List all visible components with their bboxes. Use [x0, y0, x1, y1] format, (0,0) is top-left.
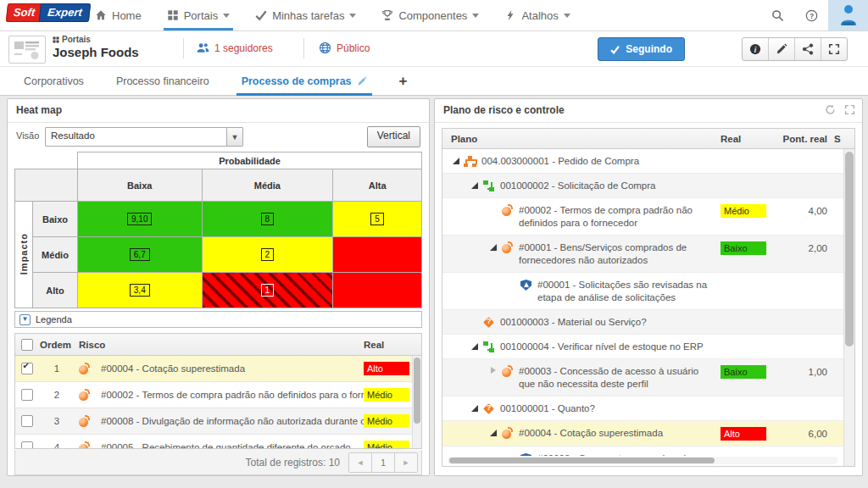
refresh-icon[interactable] — [825, 104, 836, 115]
edit-tab-icon[interactable] — [357, 76, 367, 86]
plan-tree-row[interactable]: 001000004 - Verificar nível de estoque n… — [442, 335, 844, 359]
home-icon — [95, 9, 107, 21]
heatmap-cell-badge[interactable]: 5 — [370, 213, 384, 225]
caret-down-icon — [223, 12, 230, 19]
heatmap-panel-title: Heat map — [8, 99, 429, 123]
next-page-button[interactable]: ► — [395, 453, 417, 472]
row-checkbox[interactable] — [21, 415, 33, 427]
user-menu[interactable] — [828, 0, 868, 30]
prev-page-button[interactable]: ◄ — [349, 453, 372, 472]
col-situacao[interactable]: S — [834, 134, 844, 144]
tree-expander[interactable] — [470, 403, 480, 413]
nav-item-atalhos[interactable]: Atalhos — [504, 0, 570, 30]
heatmap-cell[interactable]: 9,10 — [78, 202, 203, 237]
nav-item-home[interactable]: Home — [95, 0, 142, 30]
row-order: 1 — [38, 363, 75, 374]
tab-processo-financeiro[interactable]: Processo financeiro — [116, 67, 209, 95]
col-plano[interactable]: Plano — [442, 134, 721, 144]
tree-expander[interactable] — [470, 180, 480, 191]
plan-tree-row[interactable]: 001000002 - Solicitação de Compra — [442, 174, 844, 198]
heatmap-cell-badge[interactable]: 1 — [261, 284, 275, 297]
plan-tree-row[interactable]: #00002 - Termos de compra padrão não def… — [442, 198, 844, 236]
risk-table-row[interactable]: 1 #00004 - Cotação superestimada Alto — [15, 356, 421, 382]
plan-tree-row[interactable]: 001000001 - Quanto? — [442, 396, 844, 421]
tree-expander[interactable] — [470, 341, 480, 352]
heatmap-cell[interactable] — [333, 237, 422, 273]
risk-table-row[interactable]: 4 #00005 - Recebimento de quantidade dif… — [15, 435, 421, 449]
tree-expander[interactable] — [488, 428, 498, 438]
plan-tree-row[interactable]: #00001 - Bens/Serviços comprados de forn… — [442, 236, 844, 273]
portal-actions: i — [742, 37, 848, 61]
info-button[interactable]: i — [743, 38, 769, 60]
heatmap-cell[interactable]: 5 — [333, 202, 422, 237]
risk-table-row[interactable]: 2 #00002 - Termos de compra padrão não d… — [15, 382, 421, 408]
row-header-m-dio: Médio — [33, 237, 78, 273]
help-button[interactable]: ? — [794, 0, 828, 30]
search-button[interactable] — [760, 0, 794, 30]
process-icon — [464, 155, 476, 168]
heatmap-cell-badge[interactable]: 3,4 — [130, 284, 150, 297]
col-risco[interactable]: Risco — [79, 340, 364, 350]
risk-label: #00008 - Divulgação de informação não au… — [101, 416, 364, 426]
plan-tree-row[interactable]: #00003 - Concessão de acesso à usuário q… — [442, 359, 844, 396]
row-checkbox[interactable] — [21, 441, 33, 449]
heatmap-cell[interactable]: 6,7 — [78, 237, 203, 273]
visibility-link[interactable]: Público — [319, 42, 370, 54]
edit-button[interactable] — [769, 38, 795, 60]
avatar — [838, 4, 859, 26]
row-checkbox[interactable] — [21, 363, 33, 374]
heatmap-cell[interactable]: 8 — [202, 202, 333, 237]
heatmap-cell[interactable] — [333, 273, 422, 308]
following-button[interactable]: Seguindo — [598, 37, 685, 61]
heatmap-cell[interactable]: 3,4 — [78, 273, 203, 308]
col-real[interactable]: Real — [364, 340, 413, 350]
plan-label: 001000001 - Quanto? — [500, 402, 721, 415]
heatmap-cell-badge[interactable]: 9,10 — [127, 213, 152, 225]
row-checkbox[interactable] — [21, 389, 33, 401]
nav-item-minhas-tarefas[interactable]: Minhas tarefas — [255, 0, 356, 30]
tree-expander[interactable] — [507, 453, 517, 456]
tree-expander[interactable] — [488, 205, 498, 215]
tree-expander[interactable] — [507, 280, 517, 290]
tree-expander[interactable] — [451, 156, 461, 166]
add-tab-button[interactable]: + — [399, 67, 408, 95]
vertical-scrollbar[interactable] — [412, 356, 421, 448]
legend-toggle[interactable]: ▼ Legenda — [14, 311, 422, 328]
heatmap-cell[interactable]: 2 — [202, 237, 333, 273]
tree-expander[interactable] — [488, 242, 498, 252]
tree-expander[interactable] — [470, 317, 480, 327]
fullscreen-button[interactable] — [821, 38, 847, 60]
risk-table-row[interactable]: 3 #00008 - Divulgação de informação não … — [15, 408, 421, 435]
plan-tree-row[interactable]: 004.003000001 - Pedido de Compra — [442, 149, 844, 174]
softexpert-logo[interactable]: SoftExpert — [6, 6, 90, 19]
plan-tree-row[interactable]: #00001 - Solicitações são revisadas na e… — [442, 273, 844, 310]
vertical-scrollbar[interactable] — [843, 149, 854, 466]
heatmap-matrix: ProbabilidadeBaixaMédiaAltaImpactoBaixo9… — [14, 152, 422, 308]
view-select[interactable]: Resultado ▼ — [45, 127, 243, 147]
tree-expander[interactable] — [488, 366, 498, 376]
heatmap-cell-badge[interactable]: 8 — [261, 213, 275, 225]
heatmap-cell-badge[interactable]: 6,7 — [130, 248, 150, 261]
tab-corporativos[interactable]: Corporativos — [24, 67, 84, 95]
share-button[interactable] — [795, 38, 821, 60]
risk-label: #00005 - Recebimento de quantidade difer… — [101, 442, 351, 449]
col-pont-real[interactable]: Pont. real — [775, 134, 834, 144]
horizontal-scrollbar[interactable] — [448, 457, 837, 464]
vertical-button[interactable]: Vertical — [367, 126, 420, 147]
nav-item-componentes[interactable]: Componentes — [381, 0, 479, 30]
col-real[interactable]: Real — [721, 134, 775, 144]
followers-link[interactable]: 1 seguidores — [197, 42, 273, 54]
select-all-checkbox[interactable] — [21, 339, 33, 351]
expand-icon[interactable] — [844, 104, 855, 115]
heatmap-cell-badge[interactable]: 2 — [261, 248, 275, 261]
plan-tree-row[interactable]: 001000003 - Material ou Serviço? — [442, 310, 844, 335]
heatmap-cell[interactable]: 1 — [202, 273, 333, 308]
col-ordem[interactable]: Ordem — [38, 340, 79, 350]
document-thumbnail-icon — [14, 40, 41, 60]
portal-thumbnail[interactable] — [8, 36, 46, 64]
pencil-icon — [776, 43, 787, 55]
plan-tree-row[interactable]: #00004 - Cotação superestimada Alto 6,00 — [442, 421, 844, 446]
tab-processo-de-compras[interactable]: Processo de compras — [242, 67, 367, 95]
nav-item-portais[interactable]: Portais — [167, 0, 230, 30]
plan-tree-row[interactable]: #00003 - Orçamento aprovado pela gerênci… — [442, 446, 844, 456]
